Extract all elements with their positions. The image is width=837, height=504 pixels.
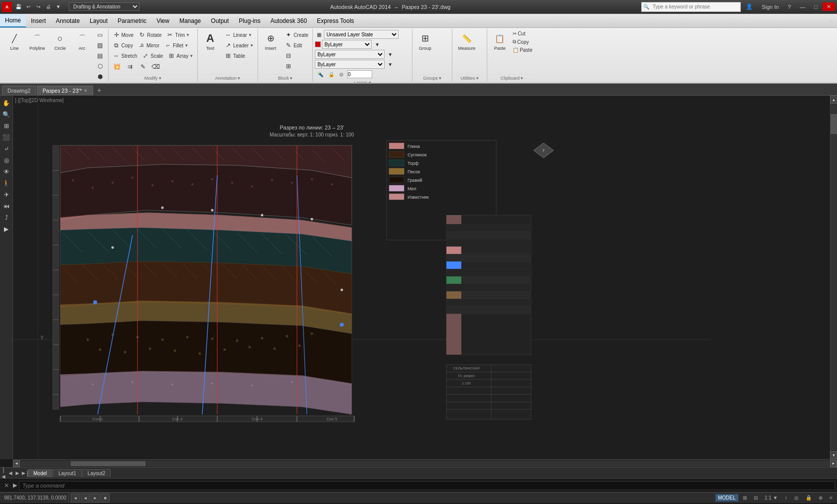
lock-ui-button[interactable]: ⊕ [816, 494, 825, 502]
search-bar[interactable]: 🔍 [641, 2, 741, 12]
block-option4[interactable]: ⊞ [282, 61, 310, 71]
annotation-visibility-button[interactable]: ↕ [782, 494, 790, 502]
undo-button[interactable]: ↩ [24, 2, 33, 11]
polyline-button[interactable]: ⌒ Polyline [26, 30, 49, 52]
search-input[interactable] [651, 4, 730, 9]
annotation-scale-sync-button[interactable]: ◎ [792, 494, 801, 502]
edit-button[interactable]: ✎Edit [282, 40, 310, 50]
command-clear-button[interactable]: ✕ [2, 481, 11, 490]
trim-button[interactable]: ✂Trim▼ [164, 30, 192, 40]
workspace-switching-button[interactable]: 🔒 [803, 494, 814, 502]
sign-in-button[interactable]: Sign In [758, 3, 783, 11]
arc-button[interactable]: ⌒ Arc [72, 30, 93, 52]
doc-tab-razrez[interactable]: Разрез 23 - 23'* ✕ [37, 86, 93, 95]
scroll-up-button[interactable]: ▲ [830, 96, 837, 104]
scale-button[interactable]: ⤢Scale [140, 51, 165, 61]
linetype-extra[interactable]: ▼ [386, 51, 395, 58]
mirror-button[interactable]: ⫡Mirror [136, 40, 161, 50]
annotation-scale-button[interactable]: 1:1 ▼ [762, 494, 781, 502]
pan-button[interactable]: ✋ [1, 98, 12, 109]
workspace-dropdown[interactable]: Drafting & Annotation [69, 2, 140, 11]
add-tab-button[interactable]: + [94, 85, 104, 95]
hatch-button[interactable]: ▨ [94, 40, 106, 50]
utilities-group-title[interactable]: Utilities ▾ [454, 74, 485, 81]
color-dropdown[interactable]: ByLayer [322, 40, 372, 49]
drawing-svg[interactable]: Y Разрез по линии: 23 – 23' Масштабы: ве… [13, 96, 837, 459]
modify-group-title[interactable]: Modify ▾ [111, 74, 196, 81]
motion-path-button[interactable]: ⤴ [1, 212, 12, 223]
scroll-right-button[interactable]: ► [830, 460, 837, 467]
scroll-thumb-h[interactable] [71, 461, 145, 466]
nav-icon-3[interactable]: ► [91, 494, 100, 503]
menu-layout[interactable]: Layout [85, 14, 113, 27]
menu-annotate[interactable]: Annotate [51, 14, 85, 27]
rotate-button[interactable]: ↻Rotate [136, 30, 163, 40]
circle-button[interactable]: ○ Circle [50, 30, 71, 52]
menu-home[interactable]: Home [0, 14, 26, 27]
close-button[interactable]: ✕ [823, 2, 835, 11]
lineweight-dropdown[interactable]: ByLayer [315, 60, 385, 69]
array-button[interactable]: ⊞Array▼ [165, 51, 195, 61]
lineweight-extra[interactable]: ▼ [386, 61, 395, 68]
text-button[interactable]: A Text [200, 30, 221, 52]
help-button[interactable]: ? [784, 3, 795, 11]
layout-tab-layout1[interactable]: Layout1 [53, 469, 82, 477]
paste-special-button[interactable]: 📋 Paste [511, 46, 535, 54]
doc-tab-drawing2[interactable]: Drawing2 [2, 86, 36, 95]
linear-button[interactable]: ↔ Linear ▼ [222, 30, 256, 40]
nav-prev-layout[interactable]: ◄ [7, 470, 14, 477]
menu-manage[interactable]: Manage [174, 14, 206, 27]
gradient-button[interactable]: ▤ [94, 51, 106, 61]
color-extra[interactable]: ▼ [373, 41, 382, 48]
layout-tab-layout2[interactable]: Layout2 [82, 469, 111, 477]
block-option3[interactable]: ⊟ [282, 51, 310, 61]
zoom-window-button[interactable]: ⬛ [1, 132, 12, 143]
zoom-prev-button[interactable]: ⤶ [1, 143, 12, 154]
measure-button[interactable]: 📏 Measure [454, 30, 479, 52]
fly-button[interactable]: ✈ [1, 189, 12, 200]
qat-dropdown[interactable]: ▼ [54, 2, 63, 11]
copy-clipboard-button[interactable]: ⧉ Copy [511, 38, 535, 46]
command-input[interactable] [19, 481, 835, 490]
canvas-area[interactable]: [-][Top][2D Wireframe] ▲ ▼ Y Разрез по л… [13, 96, 837, 459]
explode-button[interactable]: 💥 [111, 62, 123, 72]
paste-button[interactable]: 📋 Paste [489, 30, 510, 52]
redo-button[interactable]: ↪ [34, 2, 43, 11]
layer-state-icon-btn[interactable]: ▦ [315, 31, 323, 38]
menu-insert[interactable]: Insert [26, 14, 51, 27]
look-around-button[interactable]: 👁 [1, 166, 12, 177]
block-group-title[interactable]: Block ▾ [260, 74, 310, 81]
scroll-down-button[interactable]: ▼ [830, 451, 837, 459]
fillet-button[interactable]: ⌐Fillet▼ [162, 40, 190, 50]
vertical-scrollbar[interactable]: ▲ ▼ [830, 96, 837, 459]
wipeout-button[interactable]: □ [94, 82, 106, 83]
rectangle-button[interactable]: ▭ [94, 30, 106, 40]
nav-icon-2[interactable]: ◄ [81, 494, 90, 503]
line-button[interactable]: ╱ Line [4, 30, 25, 52]
pedit-button[interactable]: ✎ [137, 62, 149, 72]
clipboard-group-title[interactable]: Clipboard ▾ [489, 74, 535, 81]
rewind-button[interactable]: ⏮ [1, 201, 12, 212]
model-space-button[interactable]: MODEL [715, 494, 738, 502]
zoom-extents-button[interactable]: ⊞ [1, 121, 12, 131]
insert-button[interactable]: ⊕ Insert [260, 30, 281, 52]
ribbon-toggle[interactable]: ▲ [826, 16, 835, 25]
menu-autodesk360[interactable]: Autodesk 360 [266, 14, 312, 27]
menu-plugins[interactable]: Plug-ins [234, 14, 265, 27]
layer-state-dropdown[interactable]: Unsaved Layer State [324, 30, 399, 39]
toolbar-button[interactable]: ≡ [827, 494, 835, 502]
maximize-button[interactable]: □ [810, 3, 822, 11]
copy-button[interactable]: ⧉Copy [111, 40, 135, 50]
zoom-button[interactable]: 🔍 [1, 109, 12, 120]
move-button[interactable]: ✛Move [111, 30, 136, 40]
table-button[interactable]: ⊞ Table [222, 51, 256, 61]
boundary-button[interactable]: ⬡ [94, 61, 106, 71]
layout-tab-model[interactable]: Model [28, 469, 52, 477]
layer-number-input[interactable] [347, 70, 372, 78]
properties-group-title[interactable]: Layers ▾ [315, 79, 410, 83]
nav-next-layout[interactable]: ► [14, 470, 21, 477]
save-button[interactable]: 💾 [14, 2, 23, 11]
quick-view-layouts-button[interactable]: ⊞ [740, 494, 749, 502]
orbit-button[interactable]: ◎ [1, 155, 12, 166]
layer-tools-btn3[interactable]: ⊙ [337, 71, 345, 78]
